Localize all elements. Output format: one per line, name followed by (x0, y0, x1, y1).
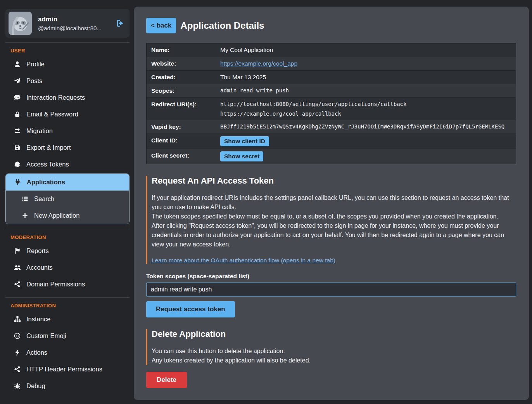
sidebar-item-label: Access Tokens (26, 161, 69, 168)
row-value: Thu Mar 13 2025 (216, 71, 516, 84)
sidebar-item-profile[interactable]: Profile (5, 56, 130, 73)
users-icon (14, 264, 21, 271)
section-paragraph: If your application redirect URIs includ… (152, 193, 516, 212)
sidebar-item-accounts[interactable]: Accounts (5, 259, 130, 276)
user-icon (14, 61, 21, 68)
sidebar-item-export-import[interactable]: Export & Import (5, 139, 130, 156)
sidebar-item-label: Search (34, 195, 54, 203)
user-name: admin (38, 16, 109, 23)
section-paragraph: The token scopes specified below must be… (152, 212, 516, 221)
application-details-table: Name: My Cool Application Website: https… (146, 43, 516, 164)
sitemap-icon (14, 316, 21, 323)
sidebar-item-label: HTTP Header Permissions (26, 366, 102, 373)
share-nodes-icon (14, 366, 21, 373)
share-nodes-icon (14, 281, 21, 288)
sidebar-item-custom-emoji[interactable]: Custom Emoji (5, 328, 130, 344)
sidebar-item-label: Applications (27, 179, 65, 186)
row-label: Redirect URI(s): (147, 98, 216, 120)
section-paragraph: Any tokens created by the application wi… (152, 356, 516, 365)
back-button[interactable]: < back (146, 18, 176, 33)
sidebar-item-migration[interactable]: Migration (5, 123, 130, 139)
user-meta: admin @admin@localhost:80... (38, 16, 109, 31)
table-row-client-secret: Client secret: Show secret (147, 149, 516, 164)
sidebar-item-label: Profile (26, 61, 45, 68)
main-panel: < back Application Details Name: My Cool… (134, 7, 529, 400)
section-paragraph: After clicking "Request access token", y… (152, 221, 516, 249)
sidebar-item-label: Accounts (26, 264, 53, 271)
flag-icon (14, 248, 21, 254)
row-value: My Cool Application (216, 43, 516, 57)
sidebar-item-actions[interactable]: Actions (5, 344, 130, 361)
sidebar-item-email-password[interactable]: Email & Password (5, 106, 130, 123)
table-row-client-id: Client ID: Show client ID (147, 134, 516, 149)
sidebar: admin @admin@localhost:80... USER Profil… (0, 0, 134, 404)
list-icon (21, 196, 29, 202)
sidebar-item-label: New Application (34, 212, 79, 219)
plug-icon (14, 179, 21, 186)
token-scopes-input[interactable] (146, 283, 516, 296)
sidebar-item-label: Export & Import (26, 144, 71, 151)
row-label: Client ID: (147, 134, 216, 149)
website-link[interactable]: https://example.org/cool_app (220, 60, 297, 67)
sidebar-item-label: Interaction Requests (26, 94, 85, 101)
user-card: admin @admin@localhost:80... (5, 9, 130, 38)
sidebar-item-domain-permissions[interactable]: Domain Permissions (5, 276, 130, 293)
request-token-section: Request An API Access Token If your appl… (146, 176, 516, 264)
row-label: Scopes: (147, 84, 216, 97)
sidebar-item-label: Posts (26, 77, 42, 85)
bolt-icon (14, 349, 21, 356)
section-heading: Delete Application (152, 329, 516, 339)
show-secret-button[interactable]: Show secret (220, 151, 263, 161)
certificate-icon (14, 161, 21, 168)
table-row-redirect-uris: Redirect URI(s): http://localhost:8080/s… (147, 98, 516, 120)
sidebar-item-label: Migration (26, 127, 53, 135)
section-label-moderation: MODERATION (5, 231, 130, 243)
oauth-docs-link[interactable]: Learn more about the OAuth authenticatio… (152, 257, 335, 264)
sidebar-item-interaction-requests[interactable]: Interaction Requests (5, 89, 130, 106)
sidebar-item-applications[interactable]: Applications (6, 174, 129, 191)
row-label: Website: (147, 57, 216, 70)
page-title: Application Details (180, 20, 264, 31)
divider (5, 229, 130, 229)
sidebar-item-http-header-permissions[interactable]: HTTP Header Permissions (5, 361, 130, 378)
row-value: BBJffJ219b5iE512m7wQSzv4KgKDhgZZVzNyWC_r… (216, 120, 516, 134)
table-row-scopes: Scopes: admin read write push (147, 84, 516, 98)
sidebar-item-label: Debug (26, 382, 45, 390)
plus-icon (21, 212, 29, 219)
sidebar-item-reports[interactable]: Reports (5, 243, 130, 259)
sidebar-item-access-tokens[interactable]: Access Tokens (5, 156, 130, 173)
token-scopes-form: Token scopes (space-separated list) Requ… (146, 273, 516, 317)
applications-group: Applications Search New Application (5, 173, 130, 224)
table-row-website: Website: https://example.org/cool_app (147, 57, 516, 71)
sidebar-item-instance[interactable]: Instance (5, 311, 130, 328)
request-access-token-button[interactable]: Request access token (146, 301, 235, 317)
section-label-user: USER (5, 44, 130, 56)
sidebar-item-label: Instance (26, 316, 50, 323)
show-client-id-button[interactable]: Show client ID (220, 136, 269, 146)
token-scopes-label: Token scopes (space-separated list) (146, 273, 516, 280)
section-paragraph: You can use this button to delete the ap… (152, 347, 516, 356)
sidebar-item-label: Custom Emoji (26, 332, 66, 340)
sidebar-item-new-application[interactable]: New Application (6, 207, 129, 224)
sidebar-item-posts[interactable]: Posts (5, 73, 130, 89)
table-row-name: Name: My Cool Application (147, 43, 516, 57)
sidebar-item-label: Actions (26, 349, 47, 356)
delete-application-section: Delete Application You can use this butt… (146, 329, 516, 365)
table-row-created: Created: Thu Mar 13 2025 (147, 71, 516, 84)
section-label-administration: ADMINISTRATION (5, 299, 130, 311)
table-row-vapid-key: Vapid key: BBJffJ219b5iE512m7wQSzv4KgKDh… (147, 120, 516, 134)
redirect-uri: https://example.org/cool_app/callback (220, 111, 511, 117)
sidebar-item-debug[interactable]: Debug (5, 378, 130, 394)
page-header: < back Application Details (146, 18, 516, 33)
sidebar-item-applications-search[interactable]: Search (6, 191, 129, 207)
paper-plane-icon (14, 78, 21, 84)
delete-button[interactable]: Delete (146, 372, 187, 388)
row-value: admin read write push (216, 84, 516, 97)
divider (5, 42, 130, 43)
avatar (9, 12, 32, 35)
user-handle: @admin@localhost:80... (38, 25, 109, 31)
row-label: Name: (147, 43, 216, 57)
floppy-disk-icon (14, 144, 21, 151)
sidebar-item-label: Reports (26, 247, 49, 255)
sign-out-icon[interactable] (115, 19, 124, 28)
